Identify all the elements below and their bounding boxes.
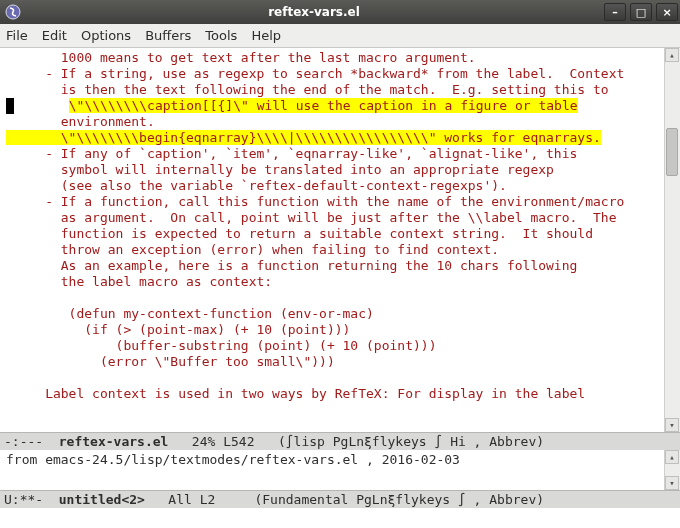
highlighted-text: \"\\\\\\\\caption[[{]\" will use the cap… bbox=[69, 98, 578, 113]
modeline-info: 24% L542 (∫lisp PgLnξflykeys ∫ Hi , Abbr… bbox=[176, 434, 544, 449]
window-titlebar: reftex-vars.el – □ × bbox=[0, 0, 680, 24]
editor-pane[interactable]: 1000 means to get text after the last ma… bbox=[0, 48, 680, 432]
code-line: (see also the variable `reftex-default-c… bbox=[6, 178, 507, 193]
code-line: function is expected to return a suitabl… bbox=[6, 226, 593, 241]
window-title: reftex-vars.el bbox=[26, 5, 602, 19]
maximize-icon: □ bbox=[636, 6, 646, 19]
code-line: - If a string, use as regexp to search *… bbox=[6, 66, 624, 81]
modeline-buffer-name: reftex-vars.el bbox=[51, 434, 176, 449]
close-button[interactable]: × bbox=[656, 3, 678, 21]
modeline-main: -:--- reftex-vars.el 24% L542 (∫lisp PgL… bbox=[0, 432, 680, 450]
code-line: environment. bbox=[6, 114, 155, 129]
menu-options[interactable]: Options bbox=[81, 28, 131, 43]
modeline-info: All L2 (Fundamental PgLnξflykeys ∫ , Abb… bbox=[153, 492, 544, 507]
menu-file[interactable]: File bbox=[6, 28, 28, 43]
highlighted-text: \"\\\\\\\\begin{eqnarray}\\\\|\\\\\\\\\\… bbox=[6, 130, 601, 145]
buffer-text[interactable]: 1000 means to get text after the last ma… bbox=[0, 48, 664, 432]
code-line: - If any of `caption', `item', `eqnarray… bbox=[6, 146, 577, 161]
scroll-down-button[interactable]: ▾ bbox=[665, 476, 679, 490]
vertical-scrollbar[interactable]: ▴ ▾ bbox=[664, 48, 680, 432]
menu-buffers[interactable]: Buffers bbox=[145, 28, 191, 43]
code-line: (if (> (point-max) (+ 10 (point))) bbox=[6, 322, 350, 337]
minibuffer-text: from emacs-24.5/lisp/textmodes/reftex-va… bbox=[6, 452, 460, 467]
code-line: is then the text following the end of th… bbox=[6, 82, 609, 97]
code-line: Label context is used in two ways by Ref… bbox=[6, 386, 585, 401]
code-line: 1000 means to get text after the last ma… bbox=[6, 50, 476, 65]
menu-bar: File Edit Options Buffers Tools Help bbox=[0, 24, 680, 48]
maximize-button[interactable]: □ bbox=[630, 3, 652, 21]
code-line: (defun my-context-function (env-or-mac) bbox=[6, 306, 374, 321]
scroll-down-button[interactable]: ▾ bbox=[665, 418, 679, 432]
code-line bbox=[14, 98, 69, 113]
menu-edit[interactable]: Edit bbox=[42, 28, 67, 43]
code-line: the label macro as context: bbox=[6, 274, 272, 289]
minimize-icon: – bbox=[612, 6, 618, 19]
modeline-secondary: U:**- untitled<2> All L2 (Fundamental Pg… bbox=[0, 490, 680, 508]
secondary-buffer: ▾ bbox=[0, 470, 680, 490]
menu-tools[interactable]: Tools bbox=[205, 28, 237, 43]
emacs-app-icon bbox=[4, 3, 22, 21]
code-line: - If a function, call this function with… bbox=[6, 194, 624, 209]
menu-help[interactable]: Help bbox=[251, 28, 281, 43]
code-line: symbol will internally be translated int… bbox=[6, 162, 554, 177]
scroll-up-button[interactable]: ▴ bbox=[665, 48, 679, 62]
echo-area[interactable] bbox=[0, 508, 680, 528]
code-line: (buffer-substring (point) (+ 10 (point))… bbox=[6, 338, 436, 353]
close-icon: × bbox=[662, 6, 671, 19]
code-line: throw an exception (error) when failing … bbox=[6, 242, 499, 257]
scroll-thumb[interactable] bbox=[666, 128, 678, 176]
scroll-up-button[interactable]: ▴ bbox=[665, 450, 679, 464]
window-controls: – □ × bbox=[602, 3, 680, 21]
modeline-prefix: -:--- bbox=[4, 434, 51, 449]
modeline-buffer-name: untitled<2> bbox=[51, 492, 153, 507]
code-line: As an example, here is a function return… bbox=[6, 258, 577, 273]
code-line: (error \"Buffer too small\"))) bbox=[6, 354, 335, 369]
minibuffer-scrollbar[interactable]: ▴ bbox=[664, 450, 680, 470]
minibuffer[interactable]: from emacs-24.5/lisp/textmodes/reftex-va… bbox=[0, 450, 680, 470]
text-cursor bbox=[6, 98, 14, 114]
secondary-scrollbar[interactable]: ▾ bbox=[664, 470, 680, 490]
minimize-button[interactable]: – bbox=[604, 3, 626, 21]
modeline-prefix: U:**- bbox=[4, 492, 51, 507]
code-line: as argument. On call, point will be just… bbox=[6, 210, 616, 225]
